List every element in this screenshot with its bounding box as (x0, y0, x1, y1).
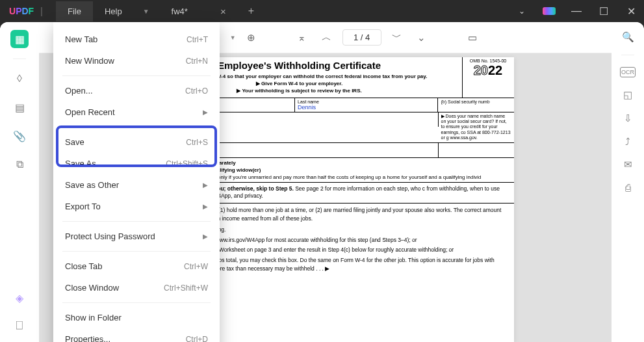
menu-save-other[interactable]: Save as Other▶ (53, 174, 220, 196)
next-page-button[interactable]: ﹀ (388, 29, 406, 47)
menu-show-folder[interactable]: Show in Folder (53, 307, 220, 328)
menu-new-tab[interactable]: New TabCtrl+T (53, 29, 220, 50)
export-icon[interactable]: ⇩ (624, 112, 632, 124)
share-icon[interactable]: ⤴ (625, 136, 630, 147)
menu-help[interactable]: Help (93, 1, 134, 21)
first-page-button[interactable]: ⌅ (293, 29, 311, 47)
menu-new-window[interactable]: New WindowCtrl+N (53, 50, 220, 72)
minimize-button[interactable]: — (563, 0, 589, 22)
menu-save-as[interactable]: Save As...Ctrl+Shift+S (53, 153, 220, 174)
right-sidebar: 🔍 OCR ◱ ⇩ ⤴ ✉ ⎙ (612, 22, 644, 342)
zoom-dropdown-icon[interactable]: ▼ (230, 34, 236, 41)
menu-file[interactable]: File (56, 1, 93, 21)
layers-icon[interactable]: ⧉ (10, 155, 29, 174)
last-name-field[interactable]: Dennis (298, 104, 435, 111)
stack-icon[interactable]: ◈ (10, 289, 29, 307)
menu-properties[interactable]: Properties...Ctrl+D (53, 328, 220, 342)
tab-title: fw4* (172, 7, 188, 16)
bookmark-icon[interactable]: ▤ (10, 98, 29, 116)
present-icon[interactable]: ▭ (463, 29, 482, 47)
attachment-icon[interactable]: 📎 (10, 127, 29, 145)
print-icon[interactable]: ⎙ (625, 182, 631, 193)
menu-open-recent[interactable]: Open Recent▶ (53, 101, 220, 123)
ocr-icon[interactable]: OCR (620, 67, 636, 77)
close-tab-icon[interactable]: × (220, 6, 226, 17)
menu-protect[interactable]: Protect Using Password▶ (53, 226, 220, 247)
last-page-button[interactable]: ⌄ (413, 29, 431, 47)
zoom-in-button[interactable]: ⊕ (242, 29, 261, 47)
theme-icon[interactable] (536, 0, 562, 22)
bookmark2-icon[interactable]: ⎕ (10, 316, 29, 334)
document-tab[interactable]: fw4* × (159, 0, 239, 22)
add-tab-button[interactable]: + (239, 5, 263, 17)
menu-close-window[interactable]: Close WindowCtrl+Shift+W (53, 277, 220, 298)
file-menu: New TabCtrl+T New WindowCtrl+N Open...Ct… (53, 22, 220, 342)
close-window-button[interactable]: ✕ (618, 0, 644, 22)
page-indicator[interactable]: 1 / 4 (342, 29, 381, 46)
thumbnails-icon[interactable]: ▦ (10, 30, 29, 48)
app-logo: UPDF | (0, 6, 56, 16)
chevron-down-icon[interactable]: ⌄ (509, 0, 535, 22)
tab-dropdown-icon[interactable]: ▼ (134, 8, 159, 15)
maximize-button[interactable]: ☐ (591, 0, 617, 22)
highlight-icon[interactable]: ◊ (10, 70, 29, 88)
prev-page-button[interactable]: ︿ (318, 29, 336, 47)
menu-export-to[interactable]: Export To▶ (53, 196, 220, 217)
mail-icon[interactable]: ✉ (624, 159, 632, 170)
menu-open[interactable]: Open...Ctrl+O (53, 80, 220, 101)
left-sidebar: ▦ ◊ ▤ 📎 ⧉ ◈ ⎕ (0, 22, 39, 342)
search-icon[interactable]: 🔍 (622, 31, 634, 43)
crop-icon[interactable]: ◱ (623, 89, 632, 101)
menu-close-tab[interactable]: Close TabCtrl+W (53, 256, 220, 277)
menu-save[interactable]: SaveCtrl+S (53, 131, 220, 153)
